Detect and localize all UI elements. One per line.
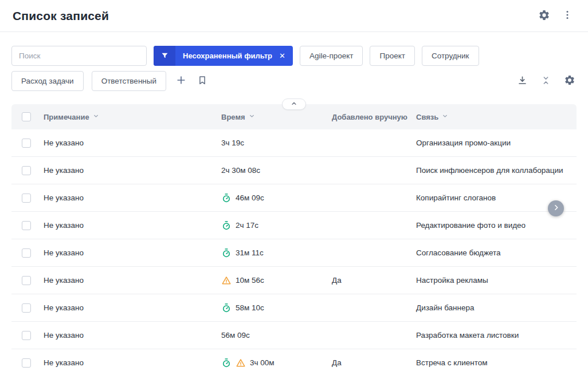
filter-button-project[interactable]: Проект (370, 46, 414, 66)
table-gear-icon (564, 74, 575, 88)
manual-cell: Да (332, 358, 416, 367)
note-text: Не указано (44, 139, 84, 147)
row-checkbox[interactable] (22, 248, 31, 258)
unsaved-filter-chip[interactable]: Несохраненный фильтр ✕ (154, 46, 293, 66)
table-row[interactable]: Не указано 31м 11с Согласование бюджета (11, 239, 577, 267)
link-cell: Поиск инфлюенсеров для коллаборации (416, 166, 577, 175)
row-checkbox-cell (11, 166, 44, 175)
records-table: Примечание Время Добавлено вручную Связь (11, 104, 577, 375)
collapse-icon (540, 75, 551, 88)
collapse-rows-button[interactable] (539, 74, 552, 89)
sort-chevron-icon (441, 112, 449, 121)
filter-button-responsible[interactable]: Ответственный (92, 71, 166, 91)
row-checkbox[interactable] (22, 358, 31, 368)
table-row[interactable]: Не указано 3ч 19с Организация промо-акци… (11, 129, 577, 157)
link-text: Копирайтинг слоганов (416, 194, 496, 202)
filter-button-task-expense[interactable]: Расход задачи (11, 71, 84, 91)
column-label-note: Примечание (44, 113, 89, 121)
time-text: 2ч 17с (236, 221, 258, 230)
note-cell: Не указано (44, 194, 221, 202)
time-text: 3ч 19с (221, 139, 244, 147)
time-cell: 58м 10с (221, 303, 332, 313)
kebab-icon (562, 9, 573, 22)
note-text: Не указано (44, 248, 84, 257)
time-cell: 10м 56с (221, 275, 332, 286)
scroll-right-button[interactable] (548, 200, 564, 216)
link-cell: Редактирование фото и видео (416, 221, 577, 230)
column-header-note[interactable]: Примечание (44, 112, 221, 121)
column-header-link[interactable]: Связь (416, 112, 577, 121)
table-row[interactable]: Не указано 2ч 17с Редактирование фото и … (11, 212, 577, 239)
row-checkbox[interactable] (22, 194, 31, 203)
settings-button[interactable] (537, 8, 551, 24)
kebab-menu-button[interactable] (560, 8, 574, 23)
gear-icon (538, 9, 550, 23)
note-text: Не указано (44, 221, 84, 230)
time-cell: 46м 09с (221, 193, 332, 203)
header-actions (537, 8, 574, 24)
row-checkbox[interactable] (22, 166, 31, 175)
table-settings-button[interactable] (563, 73, 577, 89)
link-cell: Встреча с клиентом (416, 358, 577, 367)
table-tools (516, 73, 577, 89)
select-all-checkbox[interactable] (22, 112, 31, 121)
download-button[interactable] (516, 74, 529, 89)
time-text: 56м 09с (221, 331, 250, 340)
timer-icon (221, 193, 232, 203)
row-checkbox[interactable] (22, 139, 31, 148)
manual-text: Да (332, 358, 342, 367)
search-input[interactable] (11, 46, 147, 66)
row-checkbox[interactable] (22, 276, 31, 285)
note-cell: Не указано (44, 276, 221, 285)
time-cell: 2ч 30м 08с (221, 166, 332, 175)
save-filter-button[interactable] (196, 74, 209, 88)
row-checkbox[interactable] (22, 221, 31, 230)
filter-button-employee[interactable]: Сотрудник (422, 46, 479, 66)
link-text: Дизайн баннера (416, 303, 475, 312)
manual-text: Да (332, 276, 342, 285)
time-text: 31м 11с (236, 248, 264, 257)
time-text: 10м 56с (236, 276, 264, 285)
row-checkbox-cell (11, 303, 44, 313)
table-row[interactable]: Не указано 2ч 30м 08с Поиск инфлюенсеров… (11, 157, 577, 184)
table-row[interactable]: Не указано 58м 10с Дизайн баннера (11, 294, 577, 322)
note-text: Не указано (44, 331, 84, 340)
row-checkbox-cell (11, 276, 44, 285)
note-cell: Не указано (44, 331, 221, 340)
column-label-time: Время (221, 113, 245, 121)
remove-filter-button[interactable]: ✕ (278, 52, 293, 60)
chevron-up-icon (290, 100, 298, 109)
warning-icon (236, 358, 246, 368)
row-checkbox-cell (11, 248, 44, 258)
row-checkbox[interactable] (22, 303, 31, 313)
note-cell: Не указано (44, 303, 221, 312)
time-cell: 3ч 00м (221, 358, 332, 368)
link-cell: Настройка рекламы (416, 276, 577, 285)
time-cell: 3ч 19с (221, 139, 332, 147)
link-text: Согласование бюджета (416, 248, 501, 257)
table-row[interactable]: Не указано 56м 09с Разработка макета лис… (11, 322, 577, 349)
link-cell: Дизайн баннера (416, 303, 577, 312)
link-text: Организация промо-акции (416, 139, 511, 147)
sort-chevron-icon (92, 112, 100, 121)
note-cell: Не указано (44, 358, 221, 367)
row-checkbox[interactable] (22, 331, 31, 340)
column-label-link: Связь (416, 113, 438, 121)
column-header-time[interactable]: Время (221, 112, 332, 121)
download-icon (517, 75, 528, 88)
note-text: Не указано (44, 276, 84, 285)
table-row[interactable]: Не указано 10м 56с Да Настройка рекламы (11, 267, 577, 294)
link-text: Редактирование фото и видео (416, 221, 526, 230)
table-row[interactable]: Не указано 3ч 00м Да Встреча с клиентом (11, 349, 577, 375)
note-cell: Не указано (44, 139, 221, 147)
filter-button-agile-project[interactable]: Agile-проект (300, 46, 363, 66)
timer-icon (221, 358, 232, 368)
column-label-manual: Добавлено вручную (332, 113, 407, 121)
row-checkbox-cell (11, 194, 44, 203)
table-row[interactable]: Не указано 46м 09с Копирайтинг слоганов (11, 184, 577, 212)
link-cell: Согласование бюджета (416, 248, 577, 257)
collapse-table-button[interactable] (282, 98, 306, 110)
note-text: Не указано (44, 303, 84, 312)
add-filter-button[interactable] (174, 73, 188, 89)
note-text: Не указано (44, 358, 84, 367)
